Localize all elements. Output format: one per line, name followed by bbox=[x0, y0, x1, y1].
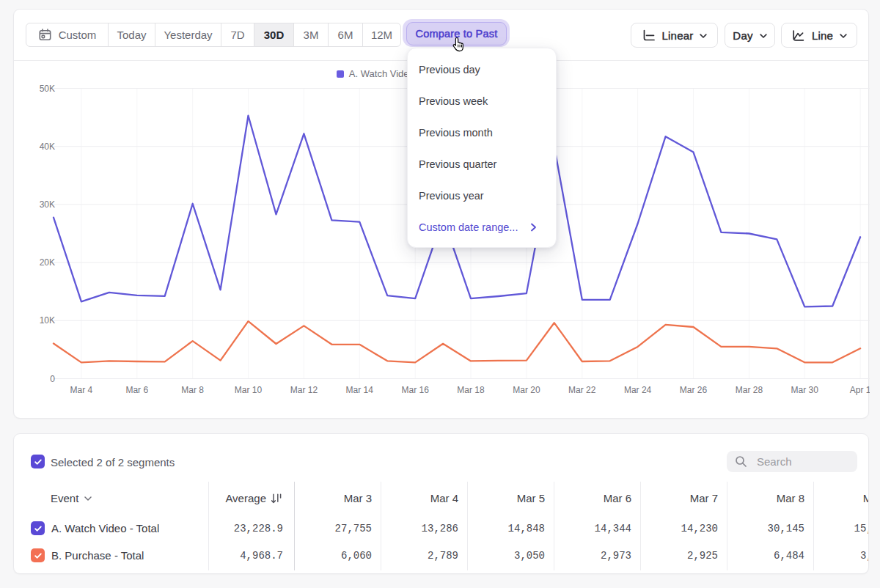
svg-text:Mar 22: Mar 22 bbox=[568, 385, 596, 395]
svg-text:Mar 24: Mar 24 bbox=[624, 385, 652, 395]
svg-text:Mar 4: Mar 4 bbox=[70, 385, 93, 395]
svg-text:Mar 20: Mar 20 bbox=[513, 385, 540, 395]
svg-text:Mar 8: Mar 8 bbox=[181, 385, 204, 395]
svg-text:Mar 16: Mar 16 bbox=[402, 385, 430, 395]
svg-text:Mar 12: Mar 12 bbox=[290, 385, 318, 395]
svg-text:20K: 20K bbox=[40, 257, 55, 268]
svg-text:Mar 18: Mar 18 bbox=[457, 385, 485, 395]
svg-text:50K: 50K bbox=[40, 84, 55, 94]
svg-text:Apr 1: Apr 1 bbox=[850, 385, 870, 395]
svg-text:0: 0 bbox=[50, 374, 55, 384]
svg-text:Mar 10: Mar 10 bbox=[235, 385, 263, 395]
svg-text:Mar 26: Mar 26 bbox=[680, 385, 708, 395]
svg-text:40K: 40K bbox=[40, 142, 55, 152]
svg-text:30K: 30K bbox=[40, 199, 55, 210]
svg-text:10K: 10K bbox=[40, 315, 55, 326]
svg-text:Mar 30: Mar 30 bbox=[791, 385, 819, 395]
svg-text:Mar 28: Mar 28 bbox=[736, 385, 763, 395]
svg-text:Mar 14: Mar 14 bbox=[346, 385, 374, 395]
svg-text:Mar 6: Mar 6 bbox=[125, 385, 148, 395]
